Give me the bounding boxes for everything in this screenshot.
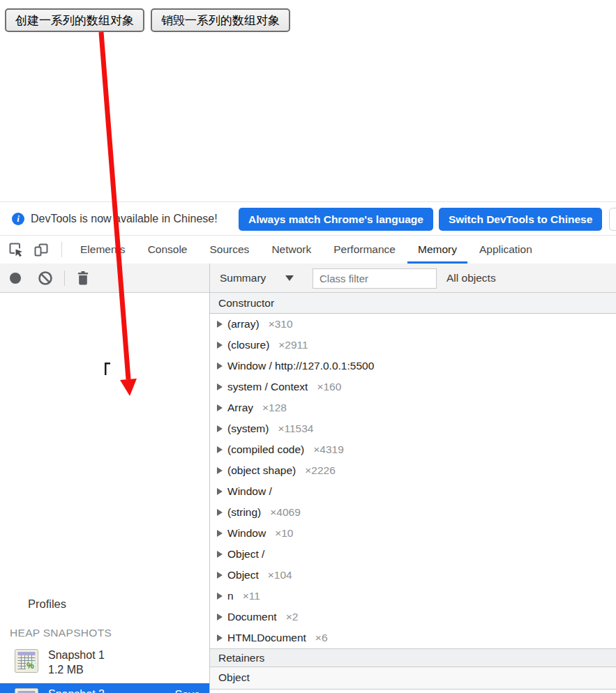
snapshot-item-2[interactable]: % Snapshot 2 420 MB Save	[0, 683, 209, 693]
instance-count: ×10	[275, 527, 293, 540]
snapshot-name: Snapshot 2	[48, 687, 105, 693]
constructor-name: (string)	[227, 506, 261, 519]
class-filter-input[interactable]	[313, 268, 437, 289]
constructor-row[interactable]: n ×11	[210, 586, 616, 607]
disclosure-triangle-icon[interactable]	[217, 425, 223, 432]
constructor-name: system / Context	[227, 381, 308, 393]
tab-application[interactable]: Application	[468, 236, 543, 264]
page-button-label: 销毁一系列的数组对象	[161, 14, 280, 27]
heap-snapshot-icon: %	[15, 688, 38, 693]
panel-tab-label: Network	[271, 243, 311, 256]
infobar-button-label: Switch DevTools to Chinese	[449, 213, 592, 225]
constructor-row[interactable]: Window ×10	[210, 523, 616, 544]
infobar-message: DevTools is now available in Chinese!	[31, 202, 218, 235]
constructor-row[interactable]: Window / http://127.0.0.1:5500	[210, 356, 616, 376]
heap-snapshot-icon: %	[15, 649, 38, 676]
panel-tab-label: Sources	[210, 243, 250, 256]
constructor-row[interactable]: Object ×104	[210, 565, 616, 586]
constructor-row[interactable]: (compiled code) ×4319	[210, 439, 616, 460]
tab-network[interactable]: Network	[260, 236, 322, 264]
object-scope-select[interactable]: All objects	[446, 264, 496, 293]
constructor-name: Window / http://127.0.0.1:5500	[227, 360, 374, 372]
tab-sources[interactable]: Sources	[199, 236, 261, 264]
devtools-tabbar: Elements Console Sources Network Perform…	[0, 236, 616, 264]
constructor-name: Array	[227, 402, 253, 414]
info-icon: i	[12, 213, 24, 225]
toolbar-separator	[61, 242, 62, 257]
perspective-select[interactable]: Summary	[220, 264, 294, 293]
disclosure-triangle-icon[interactable]	[217, 614, 223, 620]
constructor-name: Window /	[227, 485, 272, 498]
constructor-row[interactable]: (system) ×11534	[210, 418, 616, 439]
toolbar-separator	[64, 271, 65, 286]
snapshot-list: % Snapshot 1 1.2 MB	[0, 644, 209, 693]
snapshot-name: Snapshot 1	[48, 648, 105, 662]
constructor-row[interactable]: system / Context ×160	[210, 376, 616, 397]
snapshot-text: Snapshot 1 1.2 MB	[48, 648, 105, 677]
disclosure-triangle-icon[interactable]	[217, 321, 223, 328]
instance-count: ×11	[243, 590, 260, 602]
instance-count: ×160	[317, 381, 341, 393]
constructor-name: n	[227, 590, 234, 602]
page-button-label: 创建一系列的数组对象	[15, 14, 134, 27]
constructor-row[interactable]: Object /	[210, 544, 616, 565]
panel-tab-label: Elements	[80, 243, 126, 256]
snapshot-item-1[interactable]: % Snapshot 1 1.2 MB	[0, 644, 209, 680]
disclosure-triangle-icon[interactable]	[217, 530, 223, 537]
constructor-row[interactable]: Document ×2	[210, 607, 616, 627]
tab-console[interactable]: Console	[137, 236, 199, 264]
inspect-element-icon[interactable]	[8, 242, 24, 257]
disclosure-triangle-icon[interactable]	[217, 593, 223, 600]
profiles-title: Profiles	[28, 597, 66, 611]
disclosure-triangle-icon[interactable]	[217, 634, 223, 641]
instance-count: ×2	[286, 611, 299, 623]
disclosure-triangle-icon[interactable]	[217, 363, 223, 370]
tab-memory[interactable]: Memory	[407, 236, 468, 264]
constructor-row[interactable]: (object shape) ×2226	[210, 460, 616, 481]
devtools-window: 创建一系列的数组对象 销毁一系列的数组对象 i DevTools is now …	[0, 0, 616, 693]
constructor-name: (closure)	[227, 339, 269, 351]
always-match-chrome-language-button[interactable]: Always match Chrome's language	[239, 208, 433, 231]
take-heap-snapshot-button[interactable]	[10, 273, 21, 284]
disclosure-triangle-icon[interactable]	[217, 404, 223, 411]
create-array-objects-button[interactable]: 创建一系列的数组对象	[5, 8, 144, 32]
tab-performance[interactable]: Performance	[322, 236, 407, 264]
device-toolbar-icon[interactable]	[33, 242, 50, 257]
heap-snapshots-section-label: HEAP SNAPSHOTS	[10, 627, 112, 639]
instance-count: ×4319	[313, 443, 344, 456]
clear-all-profiles-button[interactable]	[37, 270, 54, 287]
destroy-array-objects-button[interactable]: 销毁一系列的数组对象	[151, 8, 290, 32]
constructor-row[interactable]: HTMLDocument ×6	[210, 627, 616, 648]
panel-tabs: Elements Console Sources Network Perform…	[69, 236, 543, 264]
disclosure-triangle-icon[interactable]	[217, 446, 223, 453]
disclosure-triangle-icon[interactable]	[217, 488, 223, 495]
heap-summary-panel: Constructor (array) ×310 (closure) ×2911…	[210, 293, 616, 693]
instance-count: ×4069	[270, 506, 301, 519]
disclosure-triangle-icon[interactable]	[217, 572, 223, 579]
disclosure-triangle-icon[interactable]	[217, 342, 223, 349]
snapshot-text: Snapshot 2 420 MB	[48, 687, 105, 693]
disclosure-triangle-icon[interactable]	[217, 383, 223, 390]
retainers-object-column-header[interactable]: Object	[210, 667, 616, 690]
constructor-row[interactable]: (string) ×4069	[210, 502, 616, 523]
panel-tab-label: Console	[148, 243, 188, 256]
retainers-section-header[interactable]: Retainers	[210, 648, 616, 667]
constructor-row[interactable]: (array) ×310	[210, 314, 616, 335]
save-snapshot-link[interactable]: Save	[175, 689, 200, 693]
constructor-name: (compiled code)	[227, 443, 304, 456]
constructor-row[interactable]: Window /	[210, 481, 616, 502]
constructor-row[interactable]: Array ×128	[210, 397, 616, 418]
constructor-row[interactable]: (closure) ×2911	[210, 335, 616, 356]
panel-tab-label: Memory	[418, 243, 457, 256]
switch-devtools-to-chinese-button[interactable]: Switch DevTools to Chinese	[439, 208, 602, 231]
disclosure-triangle-icon[interactable]	[217, 551, 223, 558]
disclosure-triangle-icon[interactable]	[217, 509, 223, 516]
chevron-down-icon	[285, 275, 294, 281]
disclosure-triangle-icon[interactable]	[217, 467, 223, 474]
infobar-actions: Always match Chrome's language Switch De…	[239, 208, 602, 231]
instance-count: ×2911	[278, 339, 308, 351]
constructor-column-header[interactable]: Constructor	[210, 293, 616, 314]
tab-elements[interactable]: Elements	[69, 236, 137, 264]
clipped-right-button[interactable]	[609, 208, 616, 231]
delete-snapshot-button[interactable]	[75, 270, 91, 287]
